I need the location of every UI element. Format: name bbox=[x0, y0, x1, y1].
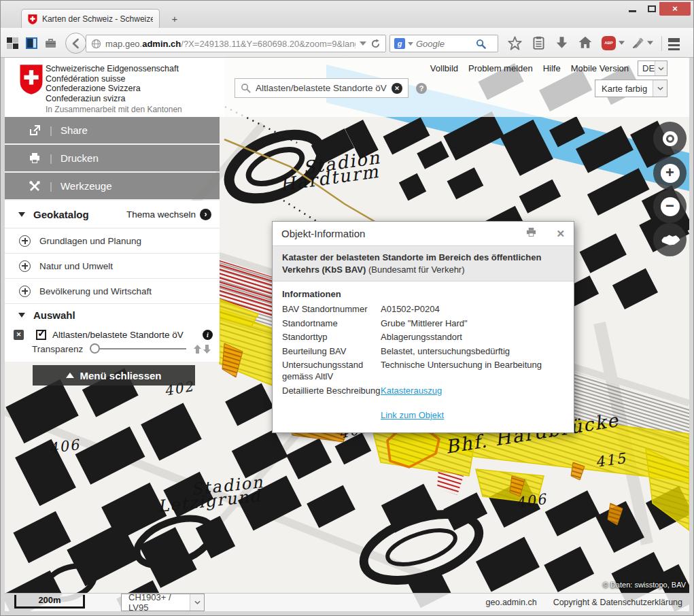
katasterauszug-link[interactable]: Katasterauszug bbox=[381, 386, 442, 396]
globe-icon bbox=[91, 39, 101, 49]
reorder-up-icon[interactable] bbox=[193, 344, 202, 354]
map-search-box[interactable]: ✕ bbox=[235, 78, 409, 98]
up-triangle-icon bbox=[66, 373, 74, 378]
popup-close-icon[interactable]: ✕ bbox=[556, 228, 565, 240]
swiss-favicon bbox=[28, 14, 37, 24]
web-search-input[interactable] bbox=[416, 39, 473, 49]
menu-icon[interactable] bbox=[668, 36, 680, 42]
home-button[interactable] bbox=[578, 36, 592, 49]
footer-copyright-link[interactable]: Copyright & Datenschutzerklärung bbox=[553, 598, 682, 607]
sidebar: | Share | Drucken | Werkzeuge Geokatalog… bbox=[5, 117, 220, 362]
layer-info-icon[interactable]: i bbox=[203, 330, 213, 340]
addon-dropdown[interactable] bbox=[647, 41, 653, 45]
abp-icon: ABP bbox=[602, 36, 616, 50]
downloads-button[interactable] bbox=[555, 36, 568, 49]
share-button[interactable]: | Share bbox=[5, 117, 220, 143]
bookmark-star[interactable] bbox=[508, 36, 522, 50]
swiss-logo bbox=[20, 64, 43, 95]
urlbar-dropdown-icon[interactable] bbox=[360, 41, 366, 46]
popup-print-icon[interactable] bbox=[525, 227, 537, 240]
search-engine-dropdown-icon[interactable] bbox=[408, 42, 413, 46]
expand-plus-icon bbox=[19, 260, 31, 272]
map-search-input[interactable] bbox=[256, 83, 387, 93]
selection-title: Auswahl bbox=[33, 309, 75, 321]
bookmark-star-icon bbox=[508, 36, 522, 50]
map-style-select[interactable]: Karte farbig bbox=[595, 80, 667, 97]
tab-title: Karten der Schweiz - Schweize... bbox=[42, 14, 153, 24]
window-titlebar[interactable]: Karten der Schweiz - Schweize... + × bbox=[1, 1, 693, 28]
reorder-down-icon[interactable] bbox=[203, 344, 211, 354]
projection-select[interactable]: CH1903+ / LV95 bbox=[121, 594, 205, 611]
popup-header[interactable]: Objekt-Information ✕ bbox=[273, 222, 574, 245]
catalog-item-grundlagen[interactable]: Grundlagen und Planung bbox=[5, 228, 220, 253]
download-icon bbox=[555, 36, 568, 49]
home-icon bbox=[578, 36, 592, 49]
clipboard-icon bbox=[532, 36, 545, 50]
back-arrow-icon bbox=[71, 38, 82, 49]
tools-label: Werkzeuge bbox=[60, 180, 112, 192]
info-row: Beurteilung BAV Belastet, untersuchungsb… bbox=[282, 345, 564, 357]
reload-icon[interactable] bbox=[370, 39, 381, 49]
browser-tab[interactable]: Karten der Schweiz - Schweize... bbox=[21, 9, 160, 29]
link-problem-melden[interactable]: Problem melden bbox=[468, 63, 533, 73]
header-links: Vollbild Problem melden Hilfe Mobile Ver… bbox=[430, 63, 629, 73]
tools-icon bbox=[28, 180, 41, 192]
tools-button[interactable]: | Werkzeuge bbox=[5, 173, 220, 199]
catalog-item-bevoelkerung[interactable]: Bevölkerung und Wirtschaft bbox=[5, 278, 220, 303]
web-search-box[interactable]: g bbox=[389, 35, 498, 52]
clear-search-icon[interactable]: ✕ bbox=[392, 83, 402, 94]
cooperation-note: In Zusammenarbeit mit den Kantonen bbox=[46, 105, 182, 114]
popup-layer-header: Kataster der belasteten Standorte im Ber… bbox=[273, 245, 574, 281]
slider-thumb[interactable] bbox=[90, 343, 100, 354]
default-extent-button[interactable] bbox=[653, 223, 687, 256]
maximize-icon[interactable] bbox=[643, 3, 661, 14]
remove-layer-button[interactable]: ✕ bbox=[14, 330, 24, 340]
back-button[interactable] bbox=[65, 33, 86, 54]
minus-icon: − bbox=[661, 197, 680, 216]
layer-label: Altlasten/belastete Standorte öV bbox=[52, 330, 196, 340]
close-icon[interactable]: × bbox=[659, 2, 691, 16]
link-hilfe[interactable]: Hilfe bbox=[543, 63, 561, 73]
info-row: BAV Standortnummer A01502-P0204 bbox=[282, 303, 564, 315]
adblock-dropdown[interactable] bbox=[619, 41, 625, 45]
toolbar-shortcut-icon-3[interactable] bbox=[45, 37, 56, 49]
confederation-names: Schweizerische Eidgenossenschaft Confédé… bbox=[46, 64, 179, 103]
link-vollbild[interactable]: Vollbild bbox=[430, 63, 458, 73]
selection-header[interactable]: Auswahl bbox=[5, 303, 220, 326]
adblock-button[interactable]: ABP bbox=[602, 36, 616, 50]
close-menu-button[interactable]: Menü schliessen bbox=[33, 365, 195, 386]
print-button[interactable]: | Drucken bbox=[5, 145, 220, 171]
footer-site-link[interactable]: geo.admin.ch bbox=[486, 598, 537, 607]
layer-reorder bbox=[193, 344, 211, 354]
search-submit-icon[interactable] bbox=[476, 39, 486, 49]
object-info-popup[interactable]: Objekt-Information ✕ Kataster der belast… bbox=[272, 221, 574, 433]
toolbar-shortcut-icon-1[interactable] bbox=[7, 37, 18, 49]
search-help-icon[interactable]: ? bbox=[416, 83, 427, 94]
popup-title: Objekt-Information bbox=[281, 228, 516, 239]
info-row: Standorttyp Ablagerungsstandort bbox=[282, 331, 564, 343]
new-tab-button[interactable]: + bbox=[166, 12, 184, 27]
catalog-item-natur[interactable]: Natur und Umwelt bbox=[5, 253, 220, 278]
minimize-icon[interactable] bbox=[623, 3, 641, 14]
zoom-out-button[interactable]: − bbox=[653, 190, 687, 223]
url-bar[interactable]: map.geo.admin.ch/?X=249138.11&Y=680698.2… bbox=[86, 35, 386, 52]
forward-arrow-icon: › bbox=[200, 209, 211, 220]
expand-plus-icon bbox=[19, 286, 31, 297]
locate-button[interactable] bbox=[653, 122, 687, 155]
info-row: Detaillierte Beschreibung Katasterauszug bbox=[282, 385, 564, 396]
addon-button[interactable] bbox=[631, 36, 645, 50]
url-text[interactable]: map.geo.admin.ch/?X=249138.11&Y=680698.2… bbox=[105, 39, 355, 49]
link-mobile-version[interactable]: Mobile Version bbox=[571, 63, 629, 73]
zoom-in-button[interactable]: + bbox=[653, 156, 687, 190]
geocatalog-header[interactable]: Geokatalog Thema wechseln › bbox=[5, 201, 220, 228]
change-topic-link[interactable]: Thema wechseln › bbox=[126, 209, 211, 220]
object-link[interactable]: Link zum Objekt bbox=[381, 410, 444, 420]
projection-chevron-icon bbox=[190, 594, 204, 611]
language-select[interactable]: DE bbox=[638, 61, 667, 76]
toolbar-shortcut-icon-2[interactable] bbox=[26, 37, 37, 49]
print-label: Drucken bbox=[60, 152, 99, 164]
google-logo-icon[interactable]: g bbox=[394, 38, 405, 49]
bookmarks-menu[interactable] bbox=[532, 36, 545, 50]
transparency-slider[interactable] bbox=[90, 343, 186, 354]
layer-checkbox[interactable]: ✓ bbox=[36, 330, 46, 340]
